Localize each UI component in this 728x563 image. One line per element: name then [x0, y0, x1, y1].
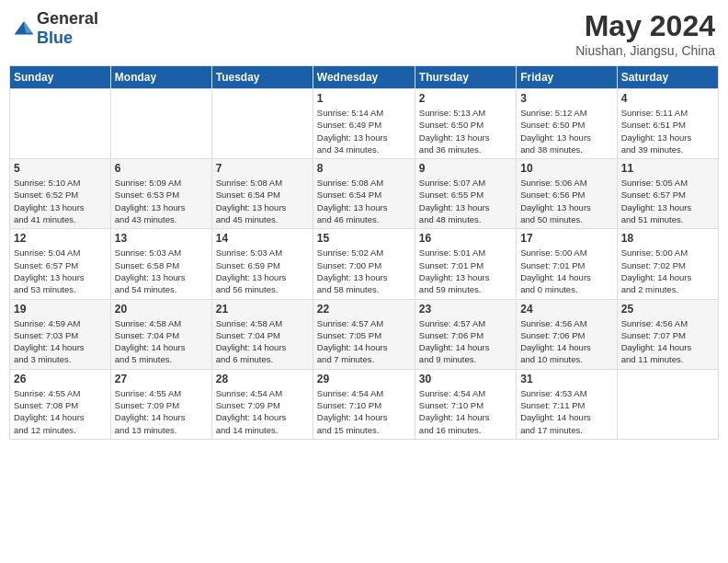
- day-number: 19: [14, 303, 107, 316]
- day-info: Sunrise: 4:54 AMSunset: 7:10 PMDaylight:…: [317, 387, 411, 436]
- day-number: 16: [419, 232, 512, 245]
- calendar-day-cell: 27Sunrise: 4:55 AMSunset: 7:09 PMDayligh…: [110, 369, 211, 439]
- day-number: 14: [216, 232, 309, 245]
- weekday-header-monday: Monday: [110, 66, 211, 89]
- weekday-header-thursday: Thursday: [415, 66, 516, 89]
- calendar-day-cell: 22Sunrise: 4:57 AMSunset: 7:05 PMDayligh…: [313, 299, 415, 369]
- calendar-table: SundayMondayTuesdayWednesdayThursdayFrid…: [9, 65, 719, 440]
- day-info: Sunrise: 4:53 AMSunset: 7:11 PMDaylight:…: [520, 387, 612, 436]
- calendar-day-cell: 10Sunrise: 5:06 AMSunset: 6:56 PMDayligh…: [517, 159, 617, 229]
- day-info: Sunrise: 4:59 AMSunset: 7:03 PMDaylight:…: [14, 317, 107, 366]
- day-info: Sunrise: 5:00 AMSunset: 7:02 PMDaylight:…: [621, 247, 714, 295]
- day-info: Sunrise: 4:55 AMSunset: 7:08 PMDaylight:…: [14, 387, 107, 436]
- day-number: 8: [317, 162, 411, 175]
- day-number: 13: [115, 232, 208, 245]
- day-info: Sunrise: 5:06 AMSunset: 6:56 PMDaylight:…: [520, 177, 612, 225]
- day-number: 24: [520, 303, 612, 316]
- calendar-day-cell: 1Sunrise: 5:14 AMSunset: 6:49 PMDaylight…: [313, 89, 415, 159]
- location-label: Niushan, Jiangsu, China: [575, 43, 715, 58]
- day-info: Sunrise: 4:57 AMSunset: 7:06 PMDaylight:…: [419, 317, 512, 366]
- calendar-week-5: 26Sunrise: 4:55 AMSunset: 7:08 PMDayligh…: [10, 369, 719, 439]
- day-info: Sunrise: 5:01 AMSunset: 7:01 PMDaylight:…: [419, 247, 512, 295]
- day-info: Sunrise: 5:13 AMSunset: 6:50 PMDaylight:…: [419, 107, 512, 155]
- calendar-day-cell: 17Sunrise: 5:00 AMSunset: 7:01 PMDayligh…: [517, 229, 617, 299]
- day-info: Sunrise: 4:55 AMSunset: 7:09 PMDaylight:…: [115, 387, 208, 436]
- calendar-day-cell: 15Sunrise: 5:02 AMSunset: 7:00 PMDayligh…: [313, 229, 415, 299]
- calendar-day-cell: 19Sunrise: 4:59 AMSunset: 7:03 PMDayligh…: [10, 299, 111, 369]
- calendar-day-cell: 8Sunrise: 5:08 AMSunset: 6:54 PMDaylight…: [313, 159, 415, 229]
- day-number: 4: [621, 92, 714, 105]
- day-number: 3: [520, 92, 612, 105]
- calendar-day-cell: [211, 89, 313, 159]
- calendar-day-cell: 14Sunrise: 5:03 AMSunset: 6:59 PMDayligh…: [211, 229, 313, 299]
- day-info: Sunrise: 5:11 AMSunset: 6:51 PMDaylight:…: [621, 107, 714, 155]
- day-number: 17: [520, 232, 612, 245]
- day-info: Sunrise: 4:58 AMSunset: 7:04 PMDaylight:…: [115, 317, 208, 366]
- calendar-week-1: 1Sunrise: 5:14 AMSunset: 6:49 PMDaylight…: [10, 89, 719, 159]
- calendar-day-cell: 23Sunrise: 4:57 AMSunset: 7:06 PMDayligh…: [415, 299, 516, 369]
- calendar-day-cell: [10, 89, 111, 159]
- calendar-day-cell: 26Sunrise: 4:55 AMSunset: 7:08 PMDayligh…: [10, 369, 111, 439]
- day-info: Sunrise: 5:12 AMSunset: 6:50 PMDaylight:…: [520, 107, 612, 155]
- day-info: Sunrise: 4:54 AMSunset: 7:09 PMDaylight:…: [216, 387, 309, 436]
- calendar-day-cell: [110, 89, 211, 159]
- day-number: 7: [216, 162, 309, 175]
- calendar-week-2: 5Sunrise: 5:10 AMSunset: 6:52 PMDaylight…: [10, 159, 719, 229]
- day-number: 9: [419, 162, 512, 175]
- day-number: 2: [419, 92, 512, 105]
- calendar-week-3: 12Sunrise: 5:04 AMSunset: 6:57 PMDayligh…: [10, 229, 719, 299]
- weekday-header-friday: Friday: [517, 66, 617, 89]
- calendar-day-cell: 29Sunrise: 4:54 AMSunset: 7:10 PMDayligh…: [313, 369, 415, 439]
- calendar-day-cell: 31Sunrise: 4:53 AMSunset: 7:11 PMDayligh…: [517, 369, 617, 439]
- day-info: Sunrise: 5:05 AMSunset: 6:57 PMDaylight:…: [621, 177, 714, 225]
- day-number: 29: [317, 373, 411, 385]
- calendar-day-cell: 28Sunrise: 4:54 AMSunset: 7:09 PMDayligh…: [211, 369, 313, 439]
- day-info: Sunrise: 5:08 AMSunset: 6:54 PMDaylight:…: [317, 177, 411, 225]
- calendar-day-cell: 3Sunrise: 5:12 AMSunset: 6:50 PMDaylight…: [517, 89, 617, 159]
- day-number: 20: [115, 303, 208, 316]
- day-number: 11: [621, 162, 714, 175]
- calendar-day-cell: 18Sunrise: 5:00 AMSunset: 7:02 PMDayligh…: [617, 229, 718, 299]
- day-info: Sunrise: 5:08 AMSunset: 6:54 PMDaylight:…: [216, 177, 309, 225]
- day-info: Sunrise: 5:03 AMSunset: 6:59 PMDaylight:…: [216, 247, 309, 295]
- weekday-header-wednesday: Wednesday: [313, 66, 415, 89]
- day-number: 6: [115, 162, 208, 175]
- calendar-day-cell: 30Sunrise: 4:54 AMSunset: 7:10 PMDayligh…: [415, 369, 516, 439]
- day-number: 22: [317, 303, 411, 316]
- day-info: Sunrise: 5:07 AMSunset: 6:55 PMDaylight:…: [419, 177, 512, 225]
- day-number: 12: [14, 232, 107, 245]
- weekday-header-saturday: Saturday: [617, 66, 718, 89]
- day-number: 15: [317, 232, 411, 245]
- day-info: Sunrise: 5:10 AMSunset: 6:52 PMDaylight:…: [14, 177, 107, 225]
- day-number: 10: [520, 162, 612, 175]
- calendar-day-cell: 4Sunrise: 5:11 AMSunset: 6:51 PMDaylight…: [617, 89, 718, 159]
- calendar-day-cell: 5Sunrise: 5:10 AMSunset: 6:52 PMDaylight…: [10, 159, 111, 229]
- day-info: Sunrise: 5:03 AMSunset: 6:58 PMDaylight:…: [115, 247, 208, 295]
- weekday-header-tuesday: Tuesday: [211, 66, 313, 89]
- day-number: 31: [520, 373, 612, 385]
- calendar-day-cell: 12Sunrise: 5:04 AMSunset: 6:57 PMDayligh…: [10, 229, 111, 299]
- calendar-day-cell: 21Sunrise: 4:58 AMSunset: 7:04 PMDayligh…: [211, 299, 313, 369]
- day-info: Sunrise: 5:04 AMSunset: 6:57 PMDaylight:…: [14, 247, 107, 295]
- calendar-day-cell: 2Sunrise: 5:13 AMSunset: 6:50 PMDaylight…: [415, 89, 516, 159]
- calendar-day-cell: 24Sunrise: 4:56 AMSunset: 7:06 PMDayligh…: [517, 299, 617, 369]
- day-info: Sunrise: 5:02 AMSunset: 7:00 PMDaylight:…: [317, 247, 411, 295]
- calendar-day-cell: 13Sunrise: 5:03 AMSunset: 6:58 PMDayligh…: [110, 229, 211, 299]
- logo: General Blue: [13, 9, 98, 48]
- calendar-header-row: SundayMondayTuesdayWednesdayThursdayFrid…: [10, 66, 719, 89]
- day-info: Sunrise: 5:14 AMSunset: 6:49 PMDaylight:…: [317, 107, 411, 155]
- day-info: Sunrise: 4:56 AMSunset: 7:06 PMDaylight:…: [520, 317, 612, 366]
- calendar-day-cell: 20Sunrise: 4:58 AMSunset: 7:04 PMDayligh…: [110, 299, 211, 369]
- day-number: 1: [317, 92, 411, 105]
- title-section: May 2024 Niushan, Jiangsu, China: [575, 9, 715, 58]
- day-info: Sunrise: 4:57 AMSunset: 7:05 PMDaylight:…: [317, 317, 411, 366]
- day-number: 25: [621, 303, 714, 316]
- calendar-day-cell: 6Sunrise: 5:09 AMSunset: 6:53 PMDaylight…: [110, 159, 211, 229]
- page-header: General Blue May 2024 Niushan, Jiangsu, …: [9, 9, 719, 58]
- logo-general: General: [37, 9, 98, 28]
- day-number: 28: [216, 373, 309, 385]
- calendar-day-cell: 7Sunrise: 5:08 AMSunset: 6:54 PMDaylight…: [211, 159, 313, 229]
- day-info: Sunrise: 4:54 AMSunset: 7:10 PMDaylight:…: [419, 387, 512, 436]
- day-info: Sunrise: 4:58 AMSunset: 7:04 PMDaylight:…: [216, 317, 309, 366]
- day-info: Sunrise: 4:56 AMSunset: 7:07 PMDaylight:…: [621, 317, 714, 366]
